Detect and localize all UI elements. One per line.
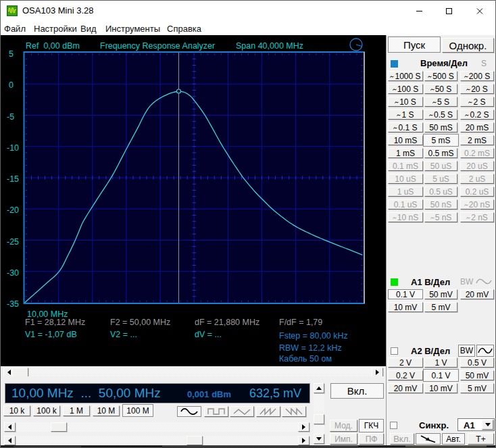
svg-text:-25: -25 (7, 237, 19, 247)
svg-text:Fstep = 80,00 kHz: Fstep = 80,00 kHz (279, 331, 348, 341)
svg-text:dV = ...: dV = ... (195, 330, 222, 339)
svg-text:-35: -35 (7, 299, 19, 309)
svg-text:-15: -15 (7, 174, 19, 184)
svg-text:-20: -20 (7, 205, 19, 215)
svg-text:Span 40,000 MHz: Span 40,000 MHz (236, 41, 303, 51)
svg-text:Frequency Response Analyzer: Frequency Response Analyzer (100, 41, 215, 51)
svg-text:Кабель 50 ом: Кабель 50 ом (279, 354, 332, 364)
svg-text:F1 = 28,12 MHz: F1 = 28,12 MHz (25, 318, 85, 327)
svg-text:5: 5 (9, 49, 14, 59)
svg-text:RBW = 12,2 kHz: RBW = 12,2 kHz (279, 343, 342, 353)
svg-text:-5: -5 (7, 112, 14, 122)
svg-text:V1 = -1,07 dB: V1 = -1,07 dB (25, 330, 77, 339)
svg-text:F2 = 50,00 MHz: F2 = 50,00 MHz (110, 318, 170, 327)
svg-text:F/dF = 1,79: F/dF = 1,79 (279, 318, 322, 327)
svg-text:-10: -10 (7, 143, 19, 153)
svg-text:dF = 21,880 MHz: dF = 21,880 MHz (195, 318, 259, 327)
svg-text:V2 = ...: V2 = ... (110, 330, 137, 339)
svg-text:0: 0 (9, 80, 14, 90)
svg-text:Ref 0,00 dBm: Ref 0,00 dBm (26, 41, 80, 51)
svg-text:-30: -30 (7, 268, 19, 278)
